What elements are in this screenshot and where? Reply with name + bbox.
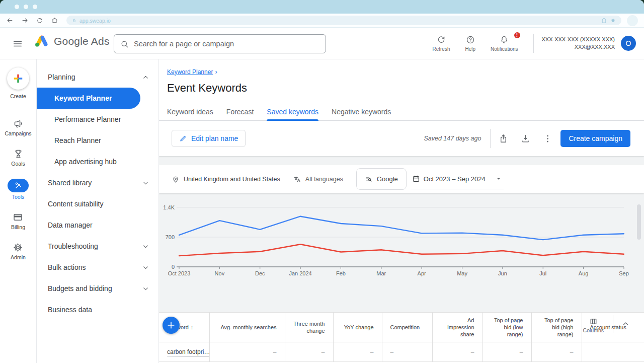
svg-text:May: May	[457, 270, 467, 276]
tab-bar: Keyword ideasForecastSaved keywordsNegat…	[159, 103, 644, 121]
url-text: app.sweap.io	[79, 18, 111, 24]
metric-cell: –	[209, 342, 285, 362]
more-options-icon[interactable]	[543, 134, 552, 143]
keyword-cell[interactable]: carbon footpri…	[167, 348, 209, 357]
tab-keyword-ideas[interactable]: Keyword ideas	[167, 103, 213, 120]
notifications-button[interactable]: ! Notifications	[491, 35, 518, 52]
global-search[interactable]	[114, 34, 326, 53]
tab-saved-keywords[interactable]: Saved keywords	[267, 103, 318, 120]
back-icon[interactable]	[6, 17, 14, 24]
goals-icon	[13, 149, 24, 159]
traffic-lights	[15, 5, 37, 9]
page-head: Keyword Planner Event Keywords Keyword i…	[159, 59, 644, 156]
home-icon[interactable]	[51, 17, 58, 24]
search-icon	[120, 40, 129, 48]
tools-icon	[8, 179, 29, 192]
column-header-top-of-page-bid-low-range-[interactable]: Top of page bid (low range)	[482, 313, 531, 342]
forward-icon[interactable]	[21, 17, 29, 24]
nav-item-reach-planner[interactable]: Reach Planner	[37, 130, 158, 151]
tab-forecast[interactable]: Forecast	[226, 103, 254, 120]
account-email: XXX@XXX.XXX	[542, 43, 615, 51]
share-icon[interactable]	[601, 17, 607, 24]
refresh-button[interactable]: Refresh	[432, 35, 450, 52]
create-plus-icon	[7, 67, 29, 90]
reload-icon[interactable]	[36, 17, 43, 24]
nav-item-app-advertising-hub[interactable]: App advertising hub	[37, 151, 158, 172]
plan-toolbar: Edit plan name Saved 147 days ago Create…	[159, 121, 644, 156]
minimize-button[interactable]	[24, 5, 28, 9]
rail-item-goals[interactable]: Goals	[11, 149, 25, 167]
rail-item-tools[interactable]: Tools	[8, 179, 29, 200]
nav-item-content-suitability[interactable]: Content suitability	[37, 193, 158, 214]
columns-button[interactable]: Columns	[574, 315, 613, 333]
search-input[interactable]	[134, 40, 319, 48]
trend-chart: 07001.4KOct 2023NovDecJan 2024FebMarAprM…	[159, 193, 644, 287]
browser-titlebar	[0, 0, 644, 14]
rail-item-admin[interactable]: Admin	[11, 242, 26, 260]
rail-item-create[interactable]: Create	[7, 67, 29, 99]
account-info[interactable]: XXX-XXX-XXX (XXXXX XXX) XXX@XXX.XXX	[542, 36, 615, 51]
page-scrollbar[interactable]	[637, 204, 641, 240]
share-plan-icon[interactable]	[499, 134, 508, 143]
svg-text:700: 700	[166, 234, 175, 240]
column-header-competition[interactable]: Competition	[382, 313, 432, 342]
collapse-chart-button[interactable]	[613, 320, 638, 328]
column-header-ad-impression-share[interactable]: Ad impression share	[432, 313, 482, 342]
admin-icon	[13, 242, 23, 253]
table-row: carbon footpri…–––––––	[159, 342, 644, 362]
add-keywords-button[interactable]	[163, 317, 180, 334]
nav-item-bulk-actions[interactable]: Bulk actions	[37, 257, 158, 278]
svg-text:Dec: Dec	[255, 270, 265, 276]
date-range-select[interactable]: Oct 2023 – Sep 2024	[411, 169, 504, 189]
rail-item-billing[interactable]: Billing	[11, 212, 25, 230]
account-avatar[interactable]: O	[621, 36, 636, 51]
breadcrumb-link[interactable]: Keyword Planner	[167, 68, 213, 76]
column-header-yoy-change[interactable]: YoY change	[333, 313, 382, 342]
menu-icon[interactable]	[12, 38, 23, 49]
nav-item-troubleshooting[interactable]: Troubleshooting	[37, 236, 158, 257]
languages-filter[interactable]: All languages	[293, 175, 343, 183]
locations-filter[interactable]: United Kingdom and United States	[172, 175, 280, 183]
svg-text:Feb: Feb	[336, 270, 346, 276]
close-button[interactable]	[15, 5, 19, 9]
help-button[interactable]: Help	[465, 35, 475, 52]
metric-cell: –	[285, 342, 333, 362]
brand: Google Ads	[34, 34, 110, 48]
nav-item-planning[interactable]: Planning	[37, 66, 158, 88]
metric-cell: –	[482, 342, 531, 362]
network-filter[interactable]: Google	[356, 168, 407, 190]
chevron-down-icon	[142, 243, 149, 250]
header-divider	[533, 34, 534, 53]
address-bar[interactable]: app.sweap.io	[66, 16, 621, 25]
chart-line-monthly-searches-red	[179, 244, 624, 256]
brand-name: Google Ads	[54, 35, 110, 47]
filter-bar: United Kingdom and United States All lan…	[159, 165, 644, 193]
create-campaign-button[interactable]: Create campaign	[560, 130, 630, 147]
svg-text:Jun: Jun	[498, 270, 507, 276]
rail-item-campaigns[interactable]: Campaigns	[5, 118, 31, 136]
toolbar-divider	[490, 129, 491, 148]
column-header-three-month-change[interactable]: Three month change	[285, 313, 333, 342]
browser-profile-avatar[interactable]	[627, 15, 638, 26]
nav-item-keyword-planner[interactable]: Keyword Planner	[37, 88, 140, 109]
notification-badge: !	[513, 31, 521, 39]
campaigns-icon	[13, 118, 24, 129]
nav-item-performance-planner[interactable]: Performance Planner	[37, 109, 158, 130]
edit-plan-name-button[interactable]: Edit plan name	[172, 130, 246, 147]
tab-negative-keywords[interactable]: Negative keywords	[332, 103, 391, 120]
nav-item-data-manager[interactable]: Data manager	[37, 214, 158, 236]
column-header-avg-monthly-searches[interactable]: Avg. monthly searches	[209, 313, 285, 342]
download-icon[interactable]	[521, 134, 530, 143]
bookmark-star-icon[interactable]	[610, 17, 616, 24]
nav-item-business-data[interactable]: Business data	[37, 299, 158, 320]
refresh-icon	[437, 35, 446, 44]
breadcrumb-chevron-icon	[215, 68, 217, 76]
zoom-button[interactable]	[33, 5, 37, 9]
svg-text:Sep: Sep	[619, 270, 629, 276]
nav-item-budgets-and-bidding[interactable]: Budgets and bidding	[37, 278, 158, 299]
nav-item-shared-library[interactable]: Shared library	[37, 172, 158, 193]
svg-text:Nov: Nov	[215, 270, 225, 276]
bell-icon	[500, 35, 509, 44]
account-id: XXX-XXX-XXX (XXXXX XXX)	[542, 36, 615, 43]
search-network-icon	[365, 175, 373, 183]
